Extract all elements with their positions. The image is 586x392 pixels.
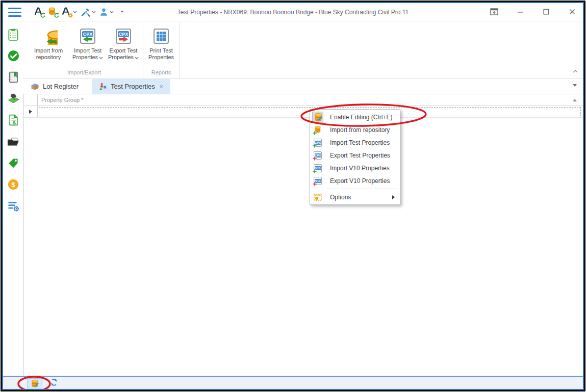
chevron-down-icon bbox=[99, 57, 103, 59]
menu-item-export-test-properties[interactable]: CPX Export Test Properties bbox=[310, 149, 400, 162]
hamburger-menu-icon[interactable] bbox=[8, 8, 21, 17]
minimize-button[interactable] bbox=[516, 8, 525, 16]
chevron-down-icon bbox=[92, 11, 96, 13]
context-menu: Enable Editing (Ctrl+E) Import from repo… bbox=[310, 109, 400, 205]
application-window: Test Properties - NRX069: Boonoo Boonoo … bbox=[2, 2, 584, 390]
button-label: Print Test Properties bbox=[148, 47, 174, 60]
chevron-down-icon bbox=[135, 57, 139, 59]
screenshot-frame: Test Properties - NRX069: Boonoo Boonoo … bbox=[1, 1, 585, 391]
enable-editing-status-icon[interactable] bbox=[27, 378, 42, 388]
database-edit-pencil-icon bbox=[312, 112, 323, 123]
approvals-check-icon[interactable] bbox=[7, 49, 20, 63]
maximize-button[interactable] bbox=[542, 8, 551, 16]
print-test-properties-button[interactable]: Print Test Properties bbox=[145, 25, 177, 61]
compass-settings-dropdown[interactable] bbox=[61, 7, 77, 17]
menu-item-label: Import from repository bbox=[330, 126, 390, 134]
tab-label: Lot Register bbox=[43, 83, 79, 90]
ribbon: Import from repository CPX Import Test P… bbox=[23, 22, 583, 79]
sort-ascending-icon bbox=[573, 99, 577, 101]
refresh-status-icon[interactable] bbox=[50, 378, 58, 388]
cpx-add-green-icon: CPX bbox=[312, 137, 323, 148]
menu-item-options[interactable]: Options bbox=[310, 191, 400, 203]
menu-item-label: Import V10 Properties bbox=[330, 165, 390, 172]
menu-item-import-from-repository[interactable]: Import from repository bbox=[310, 123, 400, 136]
collapse-ribbon-icon[interactable] bbox=[573, 66, 578, 75]
grid-header-row: Property Group * bbox=[24, 94, 583, 106]
menu-separator bbox=[326, 189, 398, 189]
cpx-add-red-icon: CPX bbox=[312, 150, 323, 161]
ribbon-group-reports: Print Test Properties Reports bbox=[143, 22, 180, 78]
import-from-repository-button[interactable]: Import from repository bbox=[27, 25, 70, 61]
menu-item-import-v10-properties[interactable]: V10 Import V10 Properties bbox=[310, 162, 400, 174]
column-header-property-group[interactable]: Property Group * bbox=[38, 94, 583, 106]
user-dropdown[interactable] bbox=[99, 8, 114, 16]
chevron-down-icon bbox=[110, 11, 114, 13]
grid-new-row bbox=[24, 106, 583, 118]
submenu-arrow-icon bbox=[392, 195, 395, 199]
compass-refresh-icon[interactable] bbox=[34, 7, 44, 17]
tools-dropdown[interactable] bbox=[81, 7, 96, 17]
document-tab-strip: Lot Register Test Properties × bbox=[23, 79, 583, 94]
stamped-document-icon[interactable] bbox=[7, 92, 20, 106]
current-row-arrow-icon bbox=[29, 110, 32, 114]
test-shapes-icon bbox=[99, 83, 107, 91]
import-test-properties-button[interactable]: CPX Import Test Properties bbox=[70, 25, 106, 61]
database-refresh-icon[interactable] bbox=[47, 7, 58, 17]
row-indicator-header-cell bbox=[24, 94, 38, 106]
ribbon-group-label: Import/Export bbox=[27, 68, 141, 78]
tools-icon bbox=[81, 7, 90, 17]
button-label: Export Test Properties bbox=[108, 47, 137, 60]
tab-lot-register[interactable]: Lot Register bbox=[23, 79, 86, 94]
button-label: Import Test Properties bbox=[72, 47, 101, 60]
status-bar bbox=[3, 376, 583, 389]
menu-item-label: Import Test Properties bbox=[330, 139, 390, 146]
ribbon-group-import-export: Import from repository CPX Import Test P… bbox=[26, 22, 143, 78]
menu-item-label: Enable Editing (Ctrl+E) bbox=[330, 114, 392, 121]
grid-empty-area[interactable] bbox=[24, 118, 583, 376]
cpx-import-icon: CPX bbox=[80, 27, 95, 46]
user-icon bbox=[99, 8, 108, 16]
finance-dollar-icon[interactable] bbox=[7, 177, 20, 191]
tab-close-icon[interactable]: × bbox=[160, 84, 163, 90]
diary-icon[interactable] bbox=[7, 70, 20, 84]
menu-item-enable-editing[interactable]: Enable Editing (Ctrl+E) bbox=[310, 111, 400, 123]
button-label: Import from repository bbox=[34, 47, 63, 60]
crate-icon bbox=[31, 83, 39, 90]
export-test-properties-button[interactable]: CPX Export Test Properties bbox=[106, 25, 141, 61]
ribbon-group-label: Reports bbox=[145, 68, 177, 78]
print-grid-icon bbox=[154, 27, 169, 46]
tag-icon[interactable] bbox=[7, 156, 20, 170]
navigation-sidebar bbox=[3, 22, 23, 376]
options-window-icon bbox=[312, 192, 323, 203]
close-button[interactable] bbox=[568, 8, 577, 16]
admin-settings-icon[interactable] bbox=[7, 199, 20, 213]
v10-add-red-icon: V10 bbox=[312, 175, 323, 187]
test-properties-grid: Property Group * bbox=[23, 94, 583, 376]
v10-add-green-icon: V10 bbox=[312, 163, 323, 174]
quick-access-toolbar bbox=[34, 7, 124, 17]
lot-register-icon[interactable] bbox=[7, 28, 20, 41]
database-import-icon bbox=[39, 27, 58, 46]
tab-test-properties[interactable]: Test Properties × bbox=[92, 79, 170, 94]
window-controls bbox=[490, 8, 577, 16]
cpx-export-icon: CPX bbox=[116, 27, 131, 46]
tab-list-dropdown-icon[interactable] bbox=[573, 80, 577, 94]
menu-item-label: Export V10 Properties bbox=[330, 177, 390, 185]
tab-label: Test Properties bbox=[111, 83, 155, 90]
menu-item-label: Options bbox=[330, 194, 351, 201]
chevron-down-icon bbox=[73, 11, 77, 13]
menu-item-export-v10-properties[interactable]: V10 Export V10 Properties bbox=[310, 174, 400, 187]
column-header-label: Property Group * bbox=[41, 97, 84, 103]
title-bar: Test Properties - NRX069: Boonoo Boonoo … bbox=[3, 3, 583, 21]
menu-item-import-test-properties[interactable]: CPX Import Test Properties bbox=[310, 136, 400, 149]
popup-window-button[interactable] bbox=[490, 8, 499, 16]
compass-gear-icon bbox=[61, 7, 71, 17]
menu-item-label: Export Test Properties bbox=[330, 152, 390, 159]
documents-folder-icon[interactable] bbox=[7, 135, 20, 148]
window-title: Test Properties - NRX069: Boonoo Boonoo … bbox=[115, 9, 471, 16]
claim-document-icon[interactable] bbox=[7, 113, 20, 127]
database-add-icon bbox=[312, 124, 323, 136]
row-indicator-cell bbox=[24, 106, 38, 117]
